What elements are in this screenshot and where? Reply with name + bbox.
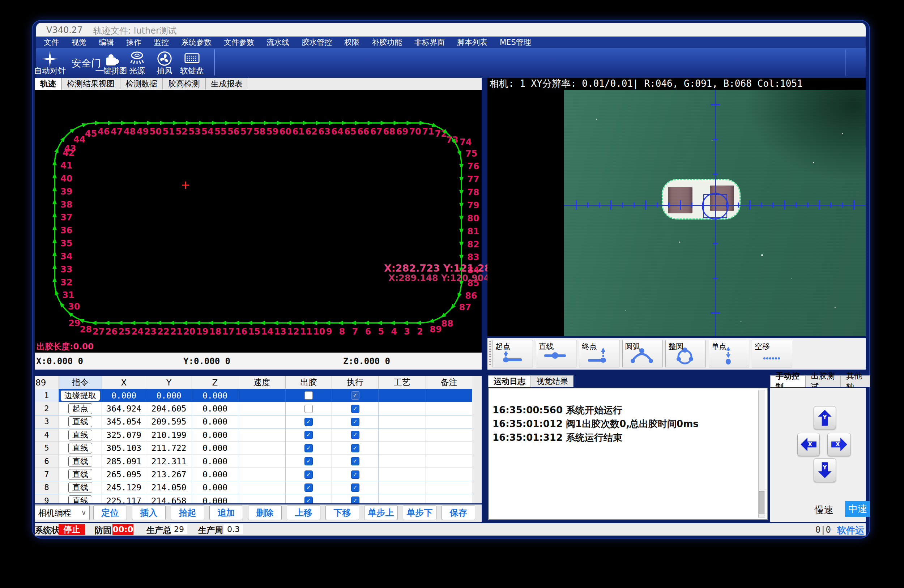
segment-button-6[interactable]: 空移 [752,340,792,367]
table-row[interactable]: 1边缘提取0.0000.0000.000✓ [35,389,472,402]
glue-checkbox[interactable]: ✓ [305,484,313,492]
speed-cell[interactable] [238,442,286,455]
run-checkbox[interactable]: ✓ [351,471,359,479]
menu-item-6[interactable]: 文件参数 [218,36,260,48]
x-cell[interactable]: 345.054 [102,416,146,428]
segment-button-3[interactable]: 圆弧 [622,340,663,367]
speed-cell[interactable] [238,481,286,494]
note-cell[interactable] [426,481,472,494]
craft-cell[interactable] [379,494,426,503]
speed-cell[interactable] [238,402,286,415]
command-cell[interactable]: 直线 [59,428,102,441]
software-run-link[interactable]: 软件运 [837,524,864,536]
log-tab-1[interactable]: 视觉结果 [531,375,574,387]
command-cell[interactable]: 直线 [59,481,102,494]
action-button-5[interactable]: 上移 [287,506,320,520]
segment-button-4[interactable]: 整圆 [665,340,706,367]
table-row[interactable]: 7直线265.095213.2670.000✓✓ [35,468,472,481]
craft-cell[interactable] [379,481,426,494]
run-checkbox[interactable]: ✓ [351,418,359,426]
menu-item-1[interactable]: 视觉 [65,36,93,48]
z-cell[interactable]: 0.000 [192,428,238,441]
menu-item-5[interactable]: 系统参数 [175,36,218,48]
z-cell[interactable]: 0.000 [192,442,238,455]
glue-checkbox[interactable]: ✓ [305,444,313,452]
command-button[interactable]: 直线 [68,482,92,493]
segment-button-5[interactable]: 单点 [709,340,749,367]
jog-y-minus-button[interactable]: Y [814,458,836,482]
menu-item-12[interactable]: 脚本列表 [451,36,493,48]
command-cell[interactable]: 直线 [59,455,102,468]
run-checkbox[interactable]: ✓ [351,405,359,413]
craft-cell[interactable] [379,468,426,481]
y-cell[interactable]: 204.605 [146,402,192,415]
menu-item-7[interactable]: 流水线 [260,36,296,48]
left-tab-2[interactable]: 检测数据 [120,78,163,89]
command-button[interactable]: 直线 [68,495,92,503]
auto-align-button[interactable]: 自动对针 [32,48,69,78]
speed-cell[interactable] [238,455,286,468]
camera-programming-dropdown[interactable]: 相机编程 ∨ [35,506,90,520]
menu-item-10[interactable]: 补胶功能 [365,36,408,48]
run-checkbox[interactable]: ✓ [351,431,359,439]
run-checkbox[interactable]: ✓ [351,391,359,400]
craft-cell[interactable] [379,389,426,402]
log-box[interactable]: 16:35:00:560 系统开始运行16:35:01:012 阀1出胶次数0,… [488,388,768,520]
z-cell[interactable]: 0.000 [192,481,238,494]
left-tab-1[interactable]: 检测结果视图 [62,78,120,89]
note-cell[interactable] [426,389,472,402]
y-cell[interactable]: 214.658 [146,494,192,503]
table-row[interactable]: 8直线245.129214.0500.000✓✓ [35,481,472,494]
action-button-8[interactable]: 单步下 [403,506,436,520]
z-cell[interactable]: 0.000 [192,455,238,468]
action-button-1[interactable]: 插入 [132,506,166,520]
command-button[interactable]: 直线 [68,469,92,480]
command-button[interactable]: 边缘提取 [60,390,100,401]
glue-checkbox[interactable] [305,405,313,413]
run-checkbox[interactable]: ✓ [351,444,359,452]
z-cell[interactable]: 0.000 [192,389,238,402]
run-checkbox[interactable]: ✓ [351,457,359,465]
segment-button-0[interactable]: 起点 [493,340,533,367]
speed-cell[interactable] [238,389,286,402]
command-button[interactable]: 直线 [68,443,92,454]
x-cell[interactable]: 0.000 [102,389,146,402]
z-cell[interactable]: 0.000 [192,468,238,481]
z-cell[interactable]: 0.000 [192,494,238,503]
action-button-0[interactable]: 定位 [93,506,127,520]
log-tab-0[interactable]: 运动日志 [488,375,531,387]
craft-cell[interactable] [379,442,426,455]
craft-cell[interactable] [379,455,426,468]
y-cell[interactable]: 214.050 [146,481,192,494]
jog-x-plus-button[interactable]: X [827,433,851,456]
table-row[interactable]: 4直线325.079210.1990.000✓✓ [35,428,472,441]
glue-checkbox[interactable]: ✓ [305,457,313,465]
log-scrollbar[interactable] [758,390,765,517]
speed-cell[interactable] [238,428,286,441]
jog-x-minus-button[interactable]: X [797,433,820,456]
note-cell[interactable] [426,455,472,468]
x-cell[interactable]: 225.117 [102,494,146,503]
menu-item-8[interactable]: 胶水管控 [296,36,338,48]
craft-cell[interactable] [379,428,426,441]
speed-cell[interactable] [238,494,286,503]
craft-cell[interactable] [379,416,426,428]
left-tab-3[interactable]: 胶高检测 [163,78,205,89]
note-cell[interactable] [426,416,472,428]
medium-speed-button[interactable]: 中速 [845,501,870,517]
glue-checkbox[interactable] [305,391,313,400]
action-button-4[interactable]: 删除 [248,506,282,520]
exhaust-fan-button[interactable]: 抽风 [155,48,174,78]
command-button[interactable]: 起点 [68,403,92,414]
segment-button-1[interactable]: 直线 [536,340,576,367]
speed-cell[interactable] [238,468,286,481]
x-cell[interactable]: 325.079 [102,428,146,441]
note-cell[interactable] [426,494,472,503]
trajectory-canvas[interactable]: 2345678910111213141516171819202122232425… [35,90,482,352]
action-button-6[interactable]: 下移 [326,506,359,520]
jog-y-plus-button[interactable]: Y [814,406,836,429]
control-tab-2[interactable]: 其他轴 [841,375,870,387]
y-cell[interactable]: 212.311 [146,455,192,468]
table-row[interactable]: 6直线285.091212.3110.000✓✓ [35,455,472,468]
note-cell[interactable] [426,468,472,481]
